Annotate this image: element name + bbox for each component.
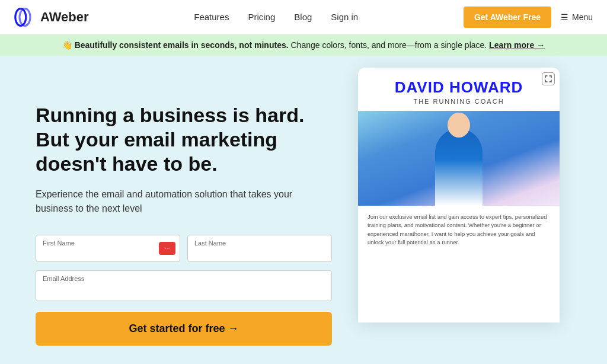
announcement-emoji: 👋 xyxy=(62,40,72,50)
dots-icon: ··· xyxy=(164,245,170,252)
mockup-header: DAVID HOWARD THE RUNNING COACH xyxy=(358,68,560,111)
mockup-photo xyxy=(358,111,560,206)
mockup-person-name: DAVID HOWARD xyxy=(370,78,548,97)
mockup-person-subtitle: THE RUNNING COACH xyxy=(370,98,548,105)
hero-left: Running a business is hard. But your ema… xyxy=(36,91,332,346)
hamburger-icon: ☰ xyxy=(561,12,568,22)
email-input[interactable] xyxy=(36,270,332,301)
mockup-body-text: Join our exclusive email list and gain a… xyxy=(368,213,550,247)
first-name-field: First Name ··· xyxy=(36,235,180,262)
mockup-card: DAVID HOWARD THE RUNNING COACH Join our … xyxy=(358,68,560,323)
hero-headline: Running a business is hard. But your ema… xyxy=(36,103,332,175)
nav-features[interactable]: Features xyxy=(194,12,229,22)
hero-subheadline: Experience the email and automation solu… xyxy=(36,187,332,216)
aweber-logo-icon xyxy=(14,7,36,28)
nav-links: Features Pricing Blog Sign in xyxy=(194,12,358,22)
expand-icon[interactable] xyxy=(542,72,555,85)
announcement-link[interactable]: Learn more → xyxy=(489,40,545,50)
navbar-actions: Get AWeber Free ☰ Menu xyxy=(464,7,593,28)
mockup-body: Join our exclusive email list and gain a… xyxy=(358,206,560,258)
hero-section: Running a business is hard. But your ema… xyxy=(0,56,607,364)
announcement-bold: Beautifully consistent emails in seconds… xyxy=(75,40,289,50)
nav-blog[interactable]: Blog xyxy=(294,12,312,22)
get-aweber-free-button[interactable]: Get AWeber Free xyxy=(464,7,551,28)
nav-pricing[interactable]: Pricing xyxy=(248,12,275,22)
logo-text: AWeber xyxy=(40,9,89,25)
logo[interactable]: AWeber xyxy=(14,7,89,28)
menu-label: Menu xyxy=(572,12,593,22)
announcement-body: Change colors, fonts, and more—from a si… xyxy=(290,40,489,50)
hero-right: DAVID HOWARD THE RUNNING COACH Join our … xyxy=(299,56,607,364)
get-started-button[interactable]: Get started for free → xyxy=(36,312,332,346)
field-options-button[interactable]: ··· xyxy=(159,242,175,255)
menu-button[interactable]: ☰ Menu xyxy=(561,12,593,22)
email-field-container: Email Address xyxy=(36,270,332,301)
navbar: AWeber Features Pricing Blog Sign in Get… xyxy=(0,0,607,34)
announcement-banner: 👋 Beautifully consistent emails in secon… xyxy=(0,34,607,56)
name-fields-row: First Name ··· Last Name xyxy=(36,235,332,262)
nav-signin[interactable]: Sign in xyxy=(331,12,358,22)
